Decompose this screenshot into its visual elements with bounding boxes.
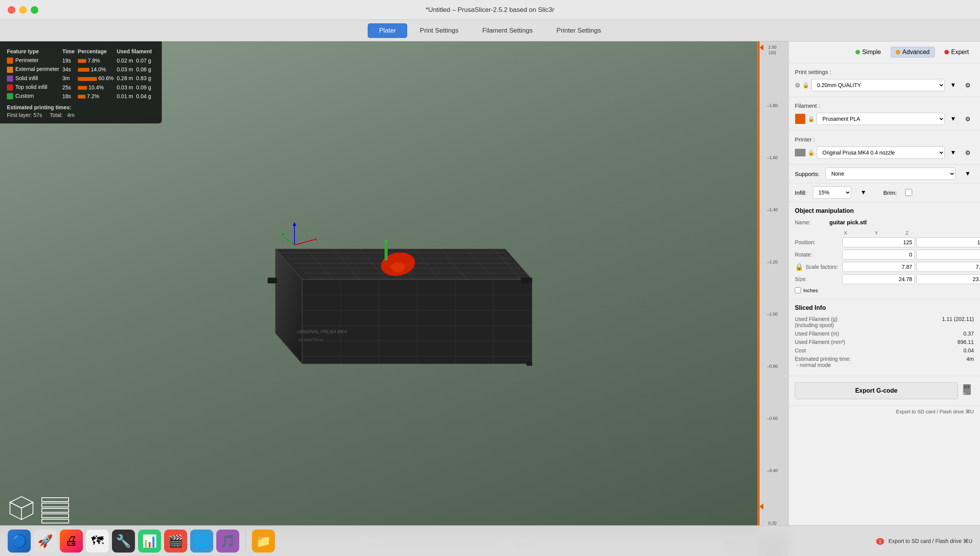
print-settings-lock-icon: 🔒 — [802, 82, 809, 88]
svg-rect-39 — [521, 278, 532, 283]
svg-rect-54 — [968, 385, 969, 388]
printer-label: Printer : — [795, 136, 825, 143]
printer-icon — [795, 149, 806, 156]
minimize-button[interactable] — [19, 6, 27, 14]
taskbar-maps[interactable]: 🗺 — [86, 530, 109, 553]
scale-x[interactable] — [842, 262, 915, 272]
filament-g-value: 1.11 (202.11) — [942, 316, 974, 328]
main-content: Feature type Time Percentage Used filame… — [0, 41, 980, 556]
scale-lock-icon[interactable]: 🔒 — [795, 263, 803, 271]
mode-expert[interactable]: Expert — [939, 47, 974, 58]
print-settings-dropdown-btn[interactable]: ▼ — [947, 79, 959, 91]
svg-line-34 — [294, 239, 316, 245]
close-button[interactable] — [8, 6, 15, 14]
filament-m-value: 0.37 — [964, 331, 974, 337]
tab-plater[interactable]: Plater — [368, 23, 407, 38]
filament-label: Filament : — [795, 102, 825, 109]
taskbar-prusaslicer[interactable]: 🖨 — [60, 530, 83, 553]
filament-row: Filament : — [795, 102, 974, 109]
ruler-tick: –0.80 — [760, 364, 787, 368]
brim-label: Brim: — [883, 189, 897, 196]
slider-top-indicator[interactable] — [760, 44, 763, 51]
infill-label: Infill: — [795, 189, 807, 196]
taskbar-finder[interactable]: 🔵 — [8, 530, 31, 553]
infill-select[interactable]: 15% — [813, 186, 851, 199]
cost-value: 0.04 — [964, 347, 974, 354]
mode-simple[interactable]: Simple — [850, 47, 886, 58]
svg-rect-53 — [966, 385, 967, 388]
mode-switcher: Simple Advanced Expert — [789, 41, 980, 63]
svg-marker-42 — [10, 502, 21, 520]
supports-dropdown-btn[interactable]: ▼ — [962, 168, 974, 180]
print-settings-row: Print settings : — [795, 69, 974, 75]
size-label: Size: — [795, 276, 841, 282]
printer-select[interactable]: Original Prusa MK4 0.4 nozzle — [817, 146, 945, 159]
printer-dropdown-btn[interactable]: ▼ — [947, 146, 959, 159]
inches-checkbox[interactable] — [795, 287, 801, 293]
taskbar-app5[interactable]: 🔧 — [112, 530, 135, 553]
filament-select[interactable]: Prusament PLA — [817, 113, 945, 125]
inches-label: Inches — [803, 288, 818, 293]
taskbar-downloads[interactable]: 📁 — [252, 530, 275, 553]
size-x[interactable] — [842, 274, 915, 284]
position-x[interactable] — [842, 237, 915, 247]
print-settings-select[interactable]: 0.20mm QUALITY — [811, 79, 945, 91]
window-controls — [8, 6, 38, 14]
taskbar-app8[interactable]: 🌐 — [190, 530, 213, 553]
infill-dropdown-btn[interactable]: ▼ — [857, 186, 870, 199]
print-settings-config-btn[interactable]: ⚙ — [962, 79, 974, 91]
rotate-y[interactable] — [916, 250, 980, 260]
brim-checkbox[interactable] — [905, 189, 912, 196]
filament-dropdown-btn[interactable]: ▼ — [947, 113, 959, 125]
taskbar-app7[interactable]: 🎬 — [164, 530, 187, 553]
rotate-row: Rotate: ° — [795, 250, 974, 260]
position-y[interactable] — [916, 237, 980, 247]
tab-filament-settings[interactable]: Filament Settings — [471, 23, 544, 38]
slider-bottom-indicator[interactable] — [760, 503, 763, 510]
svg-marker-35 — [316, 237, 317, 241]
svg-marker-33 — [293, 222, 296, 226]
svg-text:SD: SD — [962, 392, 966, 395]
export-gcode-button[interactable]: Export G-code — [795, 382, 958, 399]
expert-label: Expert — [951, 49, 969, 56]
obj-name-row: Name: guitar pick.stl — [795, 219, 974, 225]
print-settings-gear-icon[interactable]: ⚙ — [795, 82, 800, 89]
svg-line-36 — [283, 237, 294, 245]
svg-marker-41 — [10, 497, 33, 508]
sliced-info-title: Sliced Info — [795, 304, 974, 311]
rotate-label: Rotate: — [795, 252, 841, 258]
bed-container: ORIGINAL PRUSA MK4 by Josef Prusa — [38, 64, 742, 525]
size-y[interactable] — [916, 274, 980, 284]
svg-rect-40 — [526, 362, 532, 366]
size-row: Size: mm — [795, 274, 974, 284]
sliced-info: Sliced Info Used Filament (g)(including … — [789, 299, 980, 376]
tab-printer-settings[interactable]: Printer Settings — [545, 23, 612, 38]
scale-y[interactable] — [916, 262, 980, 272]
sd-card-icon[interactable]: SD — [962, 383, 974, 398]
taskbar-app9[interactable]: 🎵 — [216, 530, 239, 553]
cost-label: Cost — [795, 347, 806, 354]
position-row: Position: mm ⇑ — [795, 237, 974, 247]
tab-print-settings[interactable]: Print Settings — [409, 23, 470, 38]
filament-config-btn[interactable]: ⚙ — [962, 113, 974, 125]
print-settings-input-row: ⚙ 🔒 0.20mm QUALITY ▼ ⚙ — [795, 79, 974, 91]
col-feature-type: Feature type — [7, 47, 62, 56]
position-label: Position: — [795, 239, 841, 245]
taskbar-app6[interactable]: 📊 — [138, 530, 161, 553]
filament-g-label: Used Filament (g)(including spool) — [795, 316, 837, 328]
mode-advanced[interactable]: Advanced — [891, 47, 935, 58]
svg-rect-46 — [42, 508, 69, 512]
printer-config-btn[interactable]: ⚙ — [962, 146, 974, 159]
svg-text:by Josef Prusa: by Josef Prusa — [298, 337, 324, 342]
right-panel: Simple Advanced Expert Print settings : … — [788, 41, 980, 556]
rotate-x[interactable] — [842, 250, 915, 260]
taskbar-launchpad[interactable]: 🚀 — [34, 530, 57, 553]
taskbar-divider — [245, 531, 246, 551]
taskbar: 🔵 🚀 🖨 🗺 🔧 📊 🎬 🌐 🎵 📁 1 Export to SD card … — [0, 525, 980, 556]
col-percentage: Percentage — [78, 47, 117, 56]
maximize-button[interactable] — [31, 6, 38, 14]
ruler-tick: –1.60 — [760, 155, 787, 160]
svg-rect-38 — [268, 278, 277, 283]
viewport[interactable]: Feature type Time Percentage Used filame… — [0, 41, 788, 556]
supports-select[interactable]: None — [825, 168, 955, 180]
